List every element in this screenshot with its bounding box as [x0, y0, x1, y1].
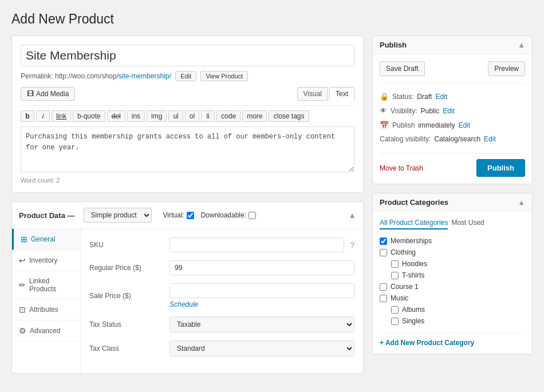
product-data-layout: ⊞ General ↩ Inventory ✏ Linked Products … [12, 229, 363, 373]
publish-meta: 🔒 Status: Draft Edit 👁 Visibility: Publi… [380, 83, 525, 146]
move-to-trash-link[interactable]: Move to Trash [380, 164, 423, 172]
sale-price-field-row: Sale Price ($) Schedule [89, 283, 354, 308]
fmt-link[interactable]: link [52, 110, 71, 122]
permalink-label: Permalink: [21, 72, 53, 80]
cat-checkbox-hoodies[interactable] [391, 260, 399, 268]
publish-button[interactable]: Publish [476, 159, 525, 177]
permalink-view-btn[interactable]: View Product [200, 71, 248, 81]
cat-label-clothing: Clothing [391, 248, 416, 256]
attributes-icon: ⊡ [19, 305, 26, 314]
cat-item-clothing: Clothing [380, 247, 525, 258]
publish-actions-top: Save Draft Preview [380, 61, 525, 76]
sidebar-item-linked-products[interactable]: ✏ Linked Products [12, 271, 80, 299]
fmt-del[interactable]: del [107, 110, 125, 122]
sale-price-input[interactable] [169, 283, 354, 298]
fmt-li[interactable]: li [201, 110, 215, 122]
cat-checkbox-tshirts[interactable] [391, 272, 399, 279]
left-column: Permalink: http://woo.com/shop/site-memb… [11, 35, 364, 374]
tax-status-select[interactable]: Taxable [169, 316, 354, 332]
fmt-close-tags[interactable]: close tags [269, 110, 309, 122]
fmt-ul[interactable]: ul [168, 110, 183, 122]
virtual-downloadable: Virtual: Downloadable: [163, 211, 257, 219]
cat-label-music: Music [391, 294, 408, 302]
fmt-bquote[interactable]: b-quote [73, 110, 105, 122]
cat-label-albums: Albums [402, 306, 425, 314]
sale-price-label: Sale Price ($) [89, 292, 164, 300]
product-data-header: Product Data — Simple product Virtual: D… [12, 202, 363, 229]
fmt-code[interactable]: code [216, 110, 241, 122]
permalink-edit-btn[interactable]: Edit [175, 71, 196, 81]
cat-label-tshirts: T-shirts [402, 271, 424, 279]
product-data-box: Product Data — Simple product Virtual: D… [11, 201, 364, 374]
fmt-italic[interactable]: i [36, 110, 50, 122]
advanced-icon: ⚙ [19, 326, 26, 335]
visibility-edit-link[interactable]: Edit [443, 107, 455, 115]
regular-price-input[interactable] [169, 260, 354, 275]
visibility-label: Visibility: [391, 107, 417, 115]
add-media-button[interactable]: 🎞 Add Media [21, 87, 75, 101]
fmt-more[interactable]: more [242, 110, 267, 122]
virtual-label: Virtual: [163, 211, 194, 219]
status-icon: 🔒 [380, 92, 389, 101]
tab-most-used[interactable]: Most Used [451, 219, 484, 229]
publish-time-label: Publish [392, 121, 415, 129]
status-edit-link[interactable]: Edit [435, 93, 447, 101]
categories-list: Memberships Clothing Hoodies T-shirts [380, 235, 525, 327]
tab-text[interactable]: Text [329, 87, 354, 101]
tab-visual[interactable]: Visual [297, 87, 328, 101]
publish-time-value: immediately [418, 121, 455, 129]
categories-title: Product Categories [380, 198, 448, 207]
tax-status-label: Tax Status [89, 320, 164, 328]
tax-class-select[interactable]: Standard [169, 340, 354, 357]
permalink-slug[interactable]: site-membership/ [119, 72, 171, 80]
categories-tabs: All Product Categories Most Used [380, 219, 525, 229]
cat-checkbox-albums[interactable] [391, 306, 399, 314]
linked-products-icon: ✏ [19, 280, 26, 290]
catalog-edit-link[interactable]: Edit [484, 135, 496, 143]
editor-toolbar: 🎞 Add Media Visual Text [21, 87, 354, 106]
virtual-checkbox[interactable] [187, 212, 194, 219]
publish-metabox-header: Publish ▲ [373, 36, 532, 54]
downloadable-checkbox[interactable] [249, 212, 256, 219]
sidebar-item-inventory[interactable]: ↩ Inventory [12, 250, 80, 271]
add-new-category-link[interactable]: + Add New Product Category [380, 332, 525, 347]
fmt-bold[interactable]: b [21, 110, 34, 122]
cat-checkbox-clothing[interactable] [380, 249, 387, 256]
fmt-img[interactable]: img [147, 110, 167, 122]
sidebar-item-attributes[interactable]: ⊡ Attributes [12, 299, 80, 320]
tab-all-categories[interactable]: All Product Categories [380, 219, 448, 229]
cat-item-albums: Albums [380, 304, 525, 315]
product-title-input[interactable] [21, 45, 354, 66]
product-data-collapse[interactable]: ▲ [348, 211, 356, 220]
save-draft-button[interactable]: Save Draft [380, 61, 425, 76]
visibility-row: 👁 Visibility: Public Edit [380, 104, 525, 118]
tax-class-field-row: Tax Class Standard [89, 340, 354, 357]
cat-checkbox-music[interactable] [380, 295, 387, 302]
cat-label-hoodies: Hoodies [402, 260, 427, 268]
fmt-ins[interactable]: ins [127, 110, 145, 122]
sidebar-attributes-label: Attributes [29, 306, 58, 314]
fmt-ol[interactable]: ol [185, 110, 199, 122]
categories-toggle-icon[interactable]: ▲ [518, 198, 525, 207]
sku-help-icon[interactable]: ? [350, 240, 354, 250]
sidebar-general-label: General [31, 235, 56, 243]
cat-checkbox-course1[interactable] [380, 283, 387, 291]
cat-checkbox-memberships[interactable] [380, 237, 387, 245]
editor-content-area[interactable]: Purchasing this membership grants access… [21, 126, 354, 172]
publish-time-edit-link[interactable]: Edit [458, 121, 470, 129]
sidebar-linked-label: Linked Products [29, 277, 73, 293]
sidebar-item-general[interactable]: ⊞ General [12, 229, 80, 250]
sidebar-item-advanced[interactable]: ⚙ Advanced [12, 320, 80, 342]
sku-input[interactable] [169, 237, 344, 252]
publish-toggle-icon[interactable]: ▲ [518, 41, 525, 49]
product-data-content: SKU ? Regular Price ($) Sale Price ($) S… [81, 229, 363, 373]
publish-metabox-body: Save Draft Preview 🔒 Status: Draft Edit … [373, 54, 532, 184]
catalog-value: Catalog/search [434, 135, 480, 143]
product-type-select[interactable]: Simple product [84, 208, 152, 223]
schedule-link[interactable]: Schedule [169, 300, 354, 308]
categories-metabox-body: All Product Categories Most Used Members… [373, 212, 532, 354]
categories-metabox-header: Product Categories ▲ [373, 193, 532, 212]
tax-class-label: Tax Class [89, 345, 164, 353]
preview-button[interactable]: Preview [488, 61, 525, 76]
cat-checkbox-singles[interactable] [391, 318, 399, 325]
